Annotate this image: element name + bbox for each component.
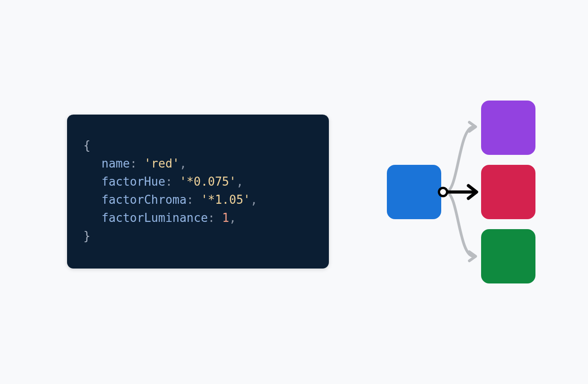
code-line-factorchroma: factorChroma: '*1.05', — [83, 191, 313, 209]
swatch-red — [481, 165, 535, 219]
close-brace: } — [83, 229, 91, 243]
code-line-close: } — [83, 227, 313, 245]
swatch-green — [481, 229, 535, 283]
swatch-purple — [481, 101, 535, 155]
code-block: { name: 'red', factorHue: '*0.075', fact… — [67, 115, 329, 269]
code-line-factorhue: factorHue: '*0.075', — [83, 173, 313, 191]
code-line-open: { — [83, 136, 313, 154]
code-line-name: name: 'red', — [83, 154, 313, 173]
code-line-factorluminance: factorLuminance: 1, — [83, 209, 313, 227]
swatch-source-blue — [387, 165, 441, 219]
open-brace: { — [83, 139, 91, 152]
color-diagram — [381, 95, 544, 290]
